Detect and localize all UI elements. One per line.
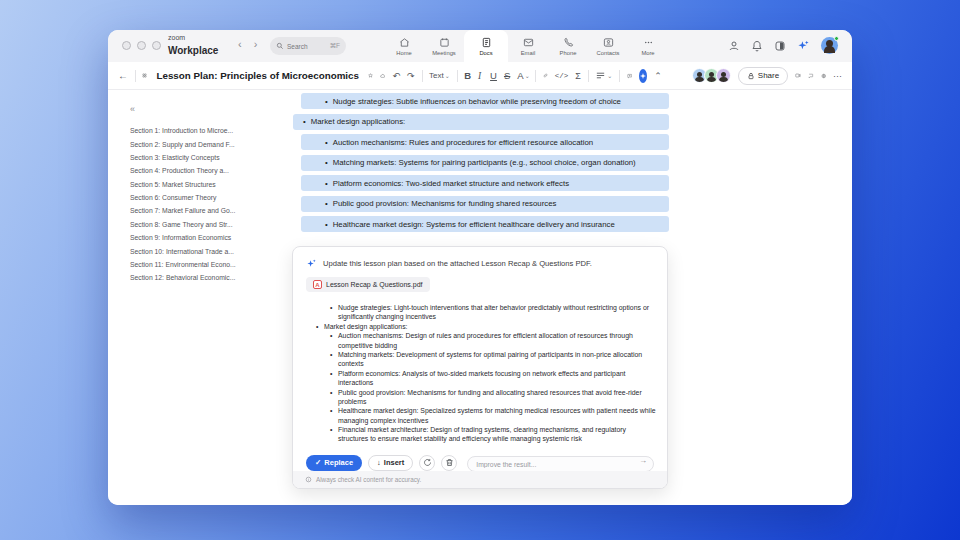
favorite-star-icon[interactable] xyxy=(368,70,373,81)
bold-button[interactable]: B xyxy=(464,70,471,81)
replace-button[interactable]: ✓ Replace xyxy=(306,455,362,471)
doc-row[interactable]: Public good provision: Mechanisms for fu… xyxy=(301,196,669,212)
zoom-window-button[interactable] xyxy=(152,41,161,50)
outline-item[interactable]: Section 7: Market Failure and Go... xyxy=(120,204,288,217)
ai-prompt-row: Update this lesson plan based on the att… xyxy=(306,258,654,269)
chat-bubble-icon[interactable] xyxy=(808,70,813,82)
insert-button[interactable]: ↓ Insert xyxy=(368,455,413,471)
tab-meetings[interactable]: Meetings xyxy=(424,30,464,62)
list-icon xyxy=(595,70,606,81)
outline-sidebar: « Section 1: Introduction to Microe... S… xyxy=(120,98,288,285)
email-icon xyxy=(523,37,534,48)
chevron-down-icon: ⌄ xyxy=(445,72,450,79)
italic-button[interactable]: I xyxy=(478,71,483,81)
share-button[interactable]: Share xyxy=(738,67,788,85)
redo-icon[interactable]: ↷ xyxy=(407,71,415,81)
collapse-toolbar-icon[interactable]: ⌃ xyxy=(654,71,662,81)
ai-bullet: Financial market architecture: Design of… xyxy=(330,425,658,444)
video-camera-icon[interactable] xyxy=(795,69,801,82)
ai-bullet: Nudge strategies: Light-touch interventi… xyxy=(330,303,658,322)
doc-row[interactable]: Auction mechanisms: Rules and procedures… xyxy=(301,134,669,150)
ai-companion-button[interactable] xyxy=(639,69,647,83)
doc-row[interactable]: Market design applications: xyxy=(293,114,669,130)
discard-button[interactable] xyxy=(441,455,457,471)
close-window-button[interactable] xyxy=(122,41,131,50)
doc-row[interactable]: Healthcare market design: Systems for ef… xyxy=(301,216,669,232)
send-arrow-icon[interactable]: → xyxy=(639,456,647,465)
ai-companion-sparkle-icon[interactable] xyxy=(797,39,810,52)
code-block-button[interactable]: </> xyxy=(555,72,569,80)
regenerate-button[interactable] xyxy=(419,455,435,471)
profile-icon[interactable] xyxy=(728,40,740,52)
document-title: Lesson Plan: Principles of Microeconomic… xyxy=(156,70,359,81)
presence-online-dot xyxy=(834,36,839,41)
zoom-workplace-logo: zoom Workplace xyxy=(168,34,218,57)
tab-phone[interactable]: Phone xyxy=(548,30,588,62)
outline-item[interactable]: Section 10: International Trade a... xyxy=(120,244,288,257)
tab-home[interactable]: Home xyxy=(384,30,424,62)
undo-icon[interactable]: ↶ xyxy=(392,71,400,81)
user-avatar[interactable] xyxy=(821,37,838,54)
window-controls xyxy=(122,41,161,50)
contacts-icon xyxy=(603,37,614,48)
tab-contacts[interactable]: Contacts xyxy=(588,30,628,62)
tab-docs[interactable]: Docs xyxy=(464,30,508,62)
search-icon xyxy=(276,42,284,50)
ai-action-row: ✓ Replace ↓ Insert → xyxy=(306,453,654,473)
more-options-icon[interactable]: ··· xyxy=(833,71,842,81)
forward-nav-icon[interactable]: › xyxy=(254,38,258,50)
refresh-icon xyxy=(423,458,432,467)
outline-item[interactable]: Section 1: Introduction to Microe... xyxy=(120,124,288,137)
outline-item[interactable]: Section 6: Consumer Theory xyxy=(120,191,288,204)
check-icon: ✓ xyxy=(315,458,321,467)
theme-contrast-icon[interactable] xyxy=(774,40,786,52)
minimize-window-button[interactable] xyxy=(137,41,146,50)
doc-row[interactable]: Matching markets: Systems for pairing pa… xyxy=(301,155,669,171)
outline-item[interactable]: Section 2: Supply and Demand F... xyxy=(120,137,288,150)
ai-companion-card: Update this lesson plan based on the att… xyxy=(292,246,668,489)
lock-icon xyxy=(747,72,755,80)
notifications-bell-icon[interactable] xyxy=(751,40,763,52)
list-format-dropdown[interactable]: ⌄ xyxy=(595,70,612,81)
collapse-outline-icon[interactable]: « xyxy=(130,104,135,114)
improve-result-input[interactable] xyxy=(467,456,654,472)
outline-item[interactable]: Section 3: Elasticity Concepts xyxy=(120,151,288,164)
outline-item[interactable]: Section 11: Environmental Econo... xyxy=(120,258,288,271)
strikethrough-button[interactable]: S xyxy=(504,70,510,81)
outline-item[interactable]: Section 12: Behavioral Economic... xyxy=(120,271,288,284)
ai-bullet: Healthcare market design: Specialized sy… xyxy=(330,406,658,425)
outline-item[interactable]: Section 9: Information Economics xyxy=(120,231,288,244)
link-icon[interactable] xyxy=(543,70,548,81)
info-icon xyxy=(305,476,312,483)
ai-prompt-text: Update this lesson plan based on the att… xyxy=(323,259,592,268)
text-color-button[interactable]: A⌄ xyxy=(517,70,528,81)
comment-icon[interactable] xyxy=(627,70,632,82)
doc-row[interactable]: Nudge strategies: Subtle influences on b… xyxy=(301,93,669,109)
chevron-down-icon: ⌄ xyxy=(607,72,612,79)
underline-button[interactable]: U xyxy=(490,70,497,81)
tab-email[interactable]: Email xyxy=(508,30,548,62)
cloud-saved-icon xyxy=(380,70,385,82)
global-search[interactable]: Search ⌘F xyxy=(270,37,346,55)
zoom-workplace-window: zoom Workplace ‹ › Search ⌘F Home Meetin… xyxy=(108,30,852,505)
collaborator-avatar[interactable] xyxy=(716,68,731,83)
back-nav-icon[interactable]: ‹ xyxy=(238,38,242,50)
attachment-chip[interactable]: A Lesson Recap & Questions.pdf xyxy=(306,277,430,292)
outline-item[interactable]: Section 4: Production Theory a... xyxy=(120,164,288,177)
globe-icon[interactable] xyxy=(821,70,826,82)
back-button[interactable]: ← xyxy=(118,70,128,81)
history-arrows: ‹ › xyxy=(238,38,257,50)
outline-item[interactable]: Section 8: Game Theory and Str... xyxy=(120,218,288,231)
titlebar: zoom Workplace ‹ › Search ⌘F Home Meetin… xyxy=(108,30,852,62)
docs-home-grid-icon[interactable] xyxy=(142,70,147,81)
doc-row[interactable]: Platform economics: Two-sided market str… xyxy=(301,175,669,191)
outline-item[interactable]: Section 5: Market Structures xyxy=(120,178,288,191)
formula-sigma-button[interactable]: Σ xyxy=(575,71,581,81)
tab-more[interactable]: More xyxy=(628,30,668,62)
calendar-icon xyxy=(439,37,450,48)
text-style-dropdown[interactable]: Text⌄ xyxy=(429,71,450,80)
document-workspace: « Section 1: Introduction to Microe... S… xyxy=(108,90,852,505)
desktop-background: { "titlebar": { "brand_top": "zoom", "br… xyxy=(0,0,960,540)
search-placeholder: Search xyxy=(287,43,327,50)
app-tabs: Home Meetings Docs Email Phone Contacts xyxy=(384,30,668,62)
